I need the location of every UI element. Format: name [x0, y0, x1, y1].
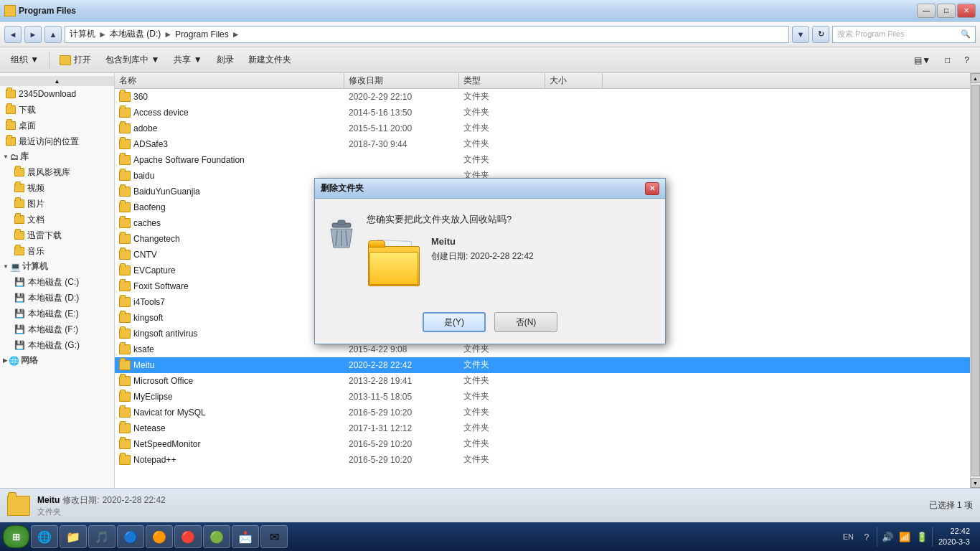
dialog-content: 您确实要把此文件夹放入回收站吗? M [367, 213, 654, 292]
dialog-close-button[interactable]: ✕ [645, 182, 659, 195]
app7-icon: 📩 [237, 528, 254, 545]
battery-icon[interactable]: 🔋 [915, 529, 929, 544]
qq-icon: 🔵 [122, 528, 139, 545]
taskbar-right: EN ? 🔊 📶 🔋 22:42 2020-3-3 [836, 526, 977, 548]
tray-divider [877, 527, 877, 547]
taskbar-app7[interactable]: 📩 [232, 525, 259, 548]
delete-folder-dialog: 删除文件夹 ✕ 您确实要把此文件夹放入回收站吗? [314, 178, 666, 344]
taskbar-app5[interactable]: 🔴 [174, 525, 202, 548]
dialog-overlay: 删除文件夹 ✕ 您确实要把此文件夹放入回收站吗? [0, 0, 980, 522]
windows-logo-icon: ⊞ [12, 532, 20, 542]
folder-created-date: 创建日期: 2020-2-28 22:42 [431, 250, 534, 263]
app6-icon: 🟢 [208, 528, 225, 545]
dialog-title-text: 删除文件夹 [321, 182, 364, 194]
clock-time: 22:42 [938, 526, 970, 537]
taskbar-ie[interactable]: 🌐 [31, 525, 58, 548]
taskbar-explorer[interactable]: 📁 [60, 525, 87, 548]
folder-name-text: Meitu [431, 235, 534, 250]
folder-info: Meitu 创建日期: 2020-2-28 22:42 [431, 235, 534, 263]
network-tray-icon[interactable]: 📶 [897, 529, 912, 544]
media-icon: 🎵 [93, 528, 110, 545]
explorer-icon: 📁 [65, 528, 82, 545]
app8-icon: ✉ [265, 528, 283, 545]
help-tray-icon[interactable]: ? [859, 529, 874, 544]
dialog-question-text: 您确实要把此文件夹放入回收站吗? [367, 213, 654, 226]
ie-icon: 🌐 [36, 528, 53, 545]
folder-big-icon [367, 235, 424, 292]
folder-preview-area: Meitu 创建日期: 2020-2-28 22:42 [367, 235, 654, 292]
lang-indicator: EN [840, 532, 857, 541]
volume-icon[interactable]: 🔊 [880, 529, 895, 544]
tray-divider-2 [932, 527, 933, 547]
dialog-yes-button[interactable]: 是(Y) [423, 312, 486, 332]
dialog-buttons: 是(Y) 否(N) [315, 306, 665, 344]
svg-rect-5 [338, 220, 345, 225]
taskbar-media[interactable]: 🎵 [88, 525, 116, 548]
app5-icon: 🔴 [179, 528, 197, 545]
taskbar-app8[interactable]: ✉ [260, 525, 288, 548]
firefox-icon: 🟠 [151, 528, 168, 545]
dialog-no-button[interactable]: 否(N) [494, 312, 557, 332]
taskbar-qq[interactable]: 🔵 [117, 525, 144, 548]
start-button[interactable]: ⊞ [3, 525, 29, 548]
clock-date: 2020-3-3 [938, 537, 970, 547]
recycle-bin-icon [326, 219, 357, 249]
dialog-title-bar: 删除文件夹 ✕ [315, 179, 665, 199]
taskbar-app6[interactable]: 🟢 [203, 525, 230, 548]
taskbar: ⊞ 🌐 📁 🎵 🔵 🟠 🔴 🟢 📩 ✉ EN ? 🔊 📶 🔋 22:42 202 [0, 522, 980, 551]
clock[interactable]: 22:42 2020-3-3 [936, 526, 973, 548]
taskbar-firefox[interactable]: 🟠 [146, 525, 173, 548]
dialog-body: 您确实要把此文件夹放入回收站吗? M [315, 199, 665, 306]
